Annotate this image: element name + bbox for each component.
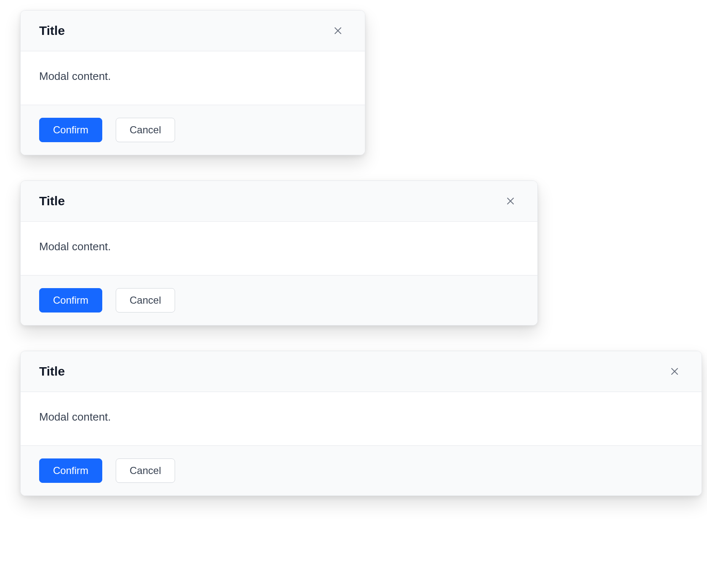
modal-title: Title — [39, 364, 65, 379]
close-icon — [333, 26, 343, 36]
modal-header: Title — [21, 11, 365, 51]
modal-title: Title — [39, 194, 65, 208]
modal-content-text: Modal content. — [39, 70, 346, 83]
cancel-button[interactable]: Cancel — [116, 288, 175, 313]
modal-body: Modal content. — [21, 51, 365, 105]
close-icon — [670, 366, 680, 376]
canvas: Title Modal content. Confirm Cancel Titl… — [0, 0, 707, 588]
modal-medium: Title Modal content. Confirm Cancel — [20, 180, 538, 326]
close-button[interactable] — [330, 22, 346, 39]
modal-small: Title Modal content. Confirm Cancel — [20, 10, 365, 155]
modal-body: Modal content. — [21, 392, 702, 446]
confirm-button[interactable]: Confirm — [39, 288, 102, 313]
modal-large: Title Modal content. Confirm Cancel — [20, 351, 702, 496]
cancel-button[interactable]: Cancel — [116, 118, 175, 142]
modal-content-text: Modal content. — [39, 240, 519, 253]
cancel-button[interactable]: Cancel — [116, 458, 175, 483]
modal-header: Title — [21, 351, 702, 392]
confirm-button[interactable]: Confirm — [39, 118, 102, 142]
modal-content-text: Modal content. — [39, 411, 683, 424]
modal-header: Title — [21, 181, 537, 222]
confirm-button[interactable]: Confirm — [39, 458, 102, 483]
close-icon — [505, 196, 516, 206]
modal-body: Modal content. — [21, 222, 537, 275]
modal-footer: Confirm Cancel — [21, 105, 365, 155]
modal-title: Title — [39, 24, 65, 38]
modal-footer: Confirm Cancel — [21, 446, 702, 495]
modal-footer: Confirm Cancel — [21, 275, 537, 325]
close-button[interactable] — [666, 363, 683, 380]
close-button[interactable] — [502, 193, 519, 209]
